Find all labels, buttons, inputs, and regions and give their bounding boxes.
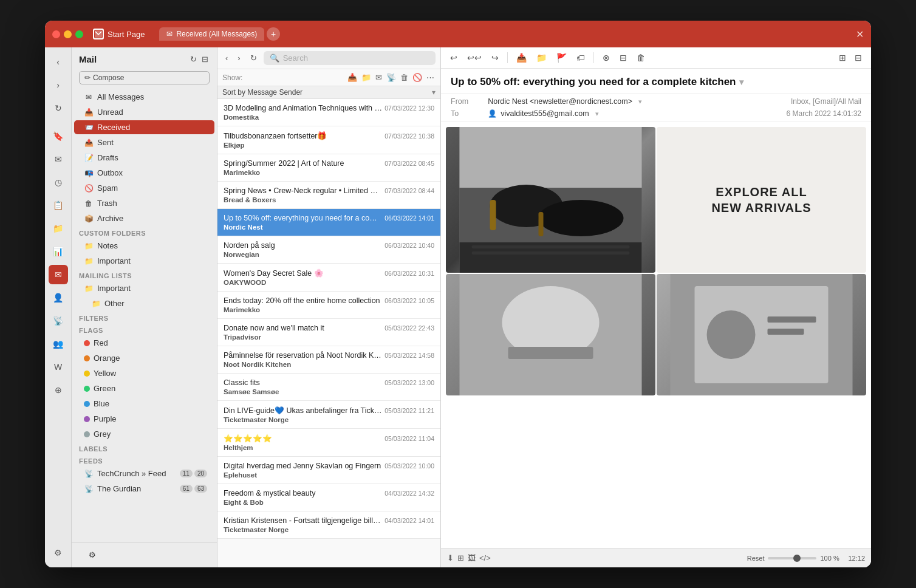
nav-item-ml-important[interactable]: 📁 Important (74, 281, 214, 295)
download-icon[interactable]: ⬇ (447, 553, 454, 562)
mail-active-icon[interactable]: ✉ (49, 265, 68, 284)
message-item[interactable]: Kristian Kristensen - Fortsatt tilgjenge… (217, 511, 440, 539)
message-item[interactable]: Påminnelse för reservation på Noot Nordi… (217, 346, 440, 374)
add-panel-icon[interactable]: ⊕ (49, 380, 68, 400)
sort-bar[interactable]: Sort by Message Sender ▾ (217, 86, 440, 99)
message-item[interactable]: Women's Day Secret Sale 🌸 06/03/2022 10:… (217, 264, 440, 292)
nav-item-notes[interactable]: 📁 Notes (74, 239, 214, 253)
wiki-icon[interactable]: W (49, 357, 68, 377)
filter-spam2-icon[interactable]: 🚫 (411, 72, 423, 83)
nav-item-ml-other[interactable]: 📁 Other (74, 296, 214, 310)
nav-item-archive[interactable]: 📦 Archive (74, 211, 214, 225)
people-icon[interactable]: 👥 (49, 334, 68, 354)
refresh-mail-icon[interactable]: ↻ (189, 53, 198, 65)
search-box[interactable]: 🔍 Search (264, 51, 436, 65)
filter-icon[interactable]: ⊟ (200, 53, 210, 65)
delete-button[interactable]: 🗑 (634, 51, 648, 64)
mail-icon[interactable]: ✉ (49, 149, 68, 169)
nav-back-button[interactable]: ‹ (49, 52, 68, 72)
reply-button[interactable]: ↩ (447, 51, 460, 64)
maximize-button[interactable] (75, 30, 83, 38)
nav-refresh-button[interactable]: ↻ (49, 98, 68, 118)
close-button[interactable] (52, 30, 60, 38)
settings-icon[interactable]: ⚙ (49, 543, 68, 562)
chart-icon[interactable]: 📊 (49, 242, 68, 261)
to-dropdown-icon[interactable]: ▾ (595, 110, 599, 118)
techcrunch-badge: 1120 (180, 470, 207, 477)
nav-item-flag-green[interactable]: Green (74, 381, 214, 395)
nav-item-settings[interactable]: ⚙ (79, 548, 210, 562)
filter-rss-icon[interactable]: 📡 (385, 72, 397, 83)
message-item[interactable]: Classic fits 05/03/2022 13:00 Samsøe Sam… (217, 374, 440, 401)
nav-forward-button[interactable]: › (49, 75, 68, 95)
received-tab[interactable]: ✉ Received (All Messages) (159, 27, 264, 41)
all-messages-item[interactable]: ✉ All Messages (74, 90, 214, 104)
folders-icon[interactable]: 📁 (49, 219, 68, 238)
nav-item-drafts[interactable]: 📝 Drafts (74, 151, 214, 165)
refresh-list-button[interactable]: ↻ (247, 52, 260, 64)
message-item[interactable]: Spring News • Crew-Neck regular • Limite… (217, 182, 440, 209)
message-item[interactable]: Din LIVE-guide💙 Ukas anbefalinger fra Ti… (217, 401, 440, 429)
filter-delete-icon[interactable]: 🗑 (399, 72, 409, 83)
compose-button[interactable]: ✏ Compose (79, 71, 210, 84)
image-icon[interactable]: 🖼 (468, 553, 476, 562)
tag-button[interactable]: 🏷 (573, 51, 588, 64)
subject-dropdown-icon[interactable]: ▾ (739, 77, 743, 87)
reset-label[interactable]: Reset (747, 555, 765, 562)
code-icon[interactable]: </> (479, 553, 491, 562)
message-item[interactable]: Freedom & mystical beauty 04/03/2022 14:… (217, 484, 440, 511)
minimize-button[interactable] (64, 30, 72, 38)
nav-item-flag-blue[interactable]: Blue (74, 397, 214, 411)
message-item[interactable]: Norden på salg 06/03/2022 10:40 Norwegia… (217, 236, 440, 264)
nav-item-techcrunch[interactable]: 📡 TechCrunch » Feed 1120 (74, 467, 214, 480)
message-item[interactable]: ⭐⭐⭐⭐⭐ 05/03/2022 11:04 Helthjem (217, 429, 440, 457)
nav-item-sent[interactable]: 📤 Sent (74, 135, 214, 149)
flag-button[interactable]: 🚩 (553, 51, 570, 64)
reply-all-button[interactable]: ↩↩ (464, 51, 485, 64)
move-trash-button[interactable]: ⊟ (617, 51, 630, 64)
nav-item-received[interactable]: 📨 Received (74, 120, 214, 134)
filter-all-icon[interactable]: 📥 (346, 72, 358, 83)
message-item[interactable]: 3D Modeling and Animation Techniques wit… (217, 99, 440, 126)
window-close-icon[interactable]: ✕ (856, 29, 864, 40)
panel-actions: ↻ ⊟ (189, 53, 210, 65)
clock-icon[interactable]: ◷ (49, 173, 68, 192)
message-item[interactable]: Ends today: 20% off the entire home coll… (217, 292, 440, 319)
rss-icon[interactable]: 📡 (49, 311, 68, 330)
nav-item-flag-purple[interactable]: Purple (74, 412, 214, 426)
zoom-slider[interactable] (768, 557, 816, 559)
message-item[interactable]: Spring/Summer 2022 | Art of Nature 07/03… (217, 154, 440, 182)
message-item[interactable]: Donate now and we'll match it 05/03/2022… (217, 319, 440, 346)
nav-item-guardian[interactable]: 📡 The Gurdian 6163 (74, 482, 214, 496)
add-tab-button[interactable]: + (267, 27, 280, 41)
message-item-selected[interactable]: Up to 50% off: everything you need for a… (217, 209, 440, 236)
nav-item-unread[interactable]: 📥 Unread (74, 105, 214, 119)
nav-item-spam[interactable]: 🚫 Spam (74, 181, 214, 195)
nav-item-outbox[interactable]: 📭 Outbox (74, 166, 214, 180)
bookmark-icon[interactable]: 🔖 (49, 126, 68, 146)
nav-item-flag-grey[interactable]: Grey (74, 427, 214, 441)
window-icon[interactable]: ⊞ (457, 553, 464, 562)
spam-button[interactable]: ⊗ (600, 51, 613, 64)
nav-item-flag-red[interactable]: Red (74, 336, 214, 350)
back-nav-button[interactable]: ‹ (222, 52, 231, 64)
nav-item-flag-orange[interactable]: Orange (74, 351, 214, 365)
message-item[interactable]: Tilbudsbonanzaen fortsetter🎁 07/03/2022 … (217, 126, 440, 154)
nav-item-flag-yellow[interactable]: Yellow (74, 366, 214, 380)
filter-folder-icon[interactable]: 📁 (360, 72, 372, 83)
filter-unread-icon[interactable]: ✉ (374, 72, 383, 83)
expand-icon[interactable]: ⊟ (852, 51, 865, 64)
nav-item-important[interactable]: 📁 Important (74, 254, 214, 268)
from-dropdown-icon[interactable]: ▾ (638, 98, 642, 106)
nav-item-trash[interactable]: 🗑 Trash (74, 196, 214, 210)
contacts-icon[interactable]: 👤 (49, 288, 68, 307)
notes-icon[interactable]: 📋 (49, 196, 68, 215)
forward-nav-button[interactable]: › (234, 52, 243, 64)
forward-email-button[interactable]: ↪ (488, 51, 502, 64)
filter-more-icon[interactable]: ⋯ (425, 72, 436, 83)
message-item[interactable]: Digital hverdag med Jenny Skavlan og Fin… (217, 457, 440, 484)
move-button[interactable]: 📁 (533, 51, 550, 64)
layout-icon[interactable]: ⊞ (836, 51, 849, 64)
archive-button[interactable]: 📥 (513, 51, 530, 64)
zoom-thumb[interactable] (793, 555, 801, 562)
